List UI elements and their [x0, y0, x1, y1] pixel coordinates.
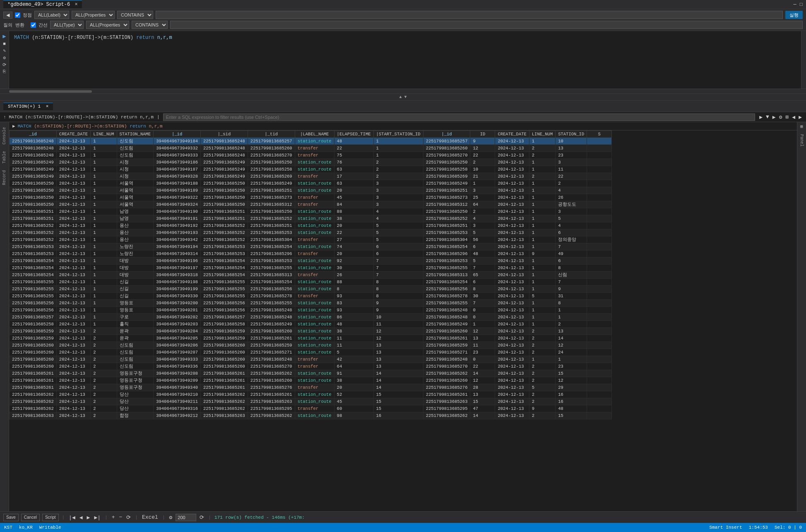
table-row[interactable]: 22517998136852492024-12-131시청39406496739… [10, 166, 612, 173]
console-label[interactable]: Console [2, 124, 7, 148]
table-row[interactable]: 22517998136852612024-12-132영등포구청39406496… [10, 377, 612, 384]
table-row[interactable]: 22517998136852542024-12-131대방39406496739… [10, 258, 612, 265]
table-row[interactable]: 22517998136852512024-12-131남영39406496739… [10, 215, 612, 222]
limit-input[interactable] [176, 514, 196, 521]
table-row[interactable]: 22517998136852562024-12-131영등포3940649673… [10, 307, 612, 314]
table-row[interactable]: 22517998136852612024-12-132영등포구청39406496… [10, 384, 612, 391]
settings-icon-2[interactable]: ⚙ [168, 514, 173, 521]
save-button[interactable]: Save [3, 514, 19, 521]
next-page-icon[interactable]: ▶ [86, 514, 91, 521]
contains-select-2[interactable]: CONTAINS [132, 21, 168, 29]
refresh-icon-2[interactable]: ⟳ [199, 514, 205, 521]
panel-side-label[interactable]: Panel [799, 131, 804, 150]
table-row[interactable]: 22517998136852532024-12-131노량진3940649673… [10, 243, 612, 250]
table-row[interactable]: 22517998136852542024-12-131대방39406496739… [10, 265, 612, 272]
panel-icon[interactable]: ⊞ [785, 114, 790, 120]
expand-icon[interactable]: ▶ [12, 123, 15, 129]
first-page-icon[interactable]: |◀ [68, 514, 76, 521]
edge-checkbox[interactable] [31, 22, 36, 28]
record-label[interactable]: Record [2, 167, 7, 188]
vertex-checkbox[interactable] [15, 12, 20, 18]
copy-icon[interactable]: ⎘ [3, 69, 6, 74]
table-scroll-container[interactable]: _id CREATE_DATE LINE_NUM STATION_NAME |_… [9, 130, 797, 419]
table-row[interactable]: 22517998136852522024-12-131용산39406496739… [10, 222, 612, 229]
filter-input[interactable] [163, 113, 755, 121]
table-row[interactable]: 22517998136852622024-12-132당산39406496739… [10, 405, 612, 412]
type-select[interactable]: ALL(Type) [50, 21, 84, 29]
search-input-2[interactable] [170, 21, 803, 29]
script-button[interactable]: Script [42, 514, 59, 521]
table-row[interactable]: 22517998136852502024-12-131서울역3940649673… [10, 187, 612, 194]
table-row[interactable]: 22517998136852482024-12-131신도림3940649673… [10, 145, 612, 152]
contains-select-1[interactable]: CONTAINS [117, 11, 153, 19]
table-row[interactable]: 22517998136852522024-12-131용산39406496739… [10, 236, 612, 243]
table-row[interactable]: 22517998136852502024-12-131서울역3940649673… [10, 194, 612, 201]
table-area[interactable]: ▶ MATCH (n:STATION)-[r:ROUTE]->(m:STATIO… [9, 122, 797, 511]
table-row[interactable]: 22517998136852572024-12-131구로39406496739… [10, 314, 612, 321]
table-row[interactable]: 22517998136852542024-12-131대방39406496739… [10, 272, 612, 279]
nav-down-icon[interactable]: ▼ [765, 114, 770, 120]
table-row[interactable]: 22517998136852582024-12-131홀직39406496739… [10, 321, 612, 328]
table-row[interactable]: 22517998136852622024-12-132당산39406496739… [10, 398, 612, 405]
table-row[interactable]: 22517998136852592024-12-132윤곽39406496739… [10, 328, 612, 335]
table-row[interactable]: 22517998136852502024-12-131서울역3940649673… [10, 201, 612, 208]
settings-icon[interactable]: ⚙ [778, 114, 783, 120]
execute-button[interactable]: 실행 [785, 11, 803, 19]
table-row[interactable]: 22517998136852512024-12-131남영39406496739… [10, 208, 612, 215]
table-label[interactable]: Table [2, 148, 7, 167]
table-row[interactable]: 22517998136852602024-12-132신도림3940649673… [10, 363, 612, 370]
table-row[interactable]: 22517998136852592024-12-132윤곽39406496739… [10, 335, 612, 342]
run-icon[interactable]: ▶ [2, 33, 6, 40]
excel-icon[interactable]: Excel [141, 514, 159, 520]
collapse-handle[interactable]: ▲ ▼ [0, 94, 806, 101]
refresh-icon[interactable]: ⟳ [125, 514, 132, 521]
editor-tab[interactable]: *gdbdemo_49> Script-6 × [3, 0, 82, 8]
table-row[interactable]: 22517998136852562024-12-131영등포3940649673… [10, 300, 612, 307]
format-icon[interactable]: ⚙ [3, 55, 6, 60]
result-tab-1[interactable]: STATION(+) 1 × [3, 103, 53, 110]
result-tab-close[interactable]: × [46, 104, 49, 109]
table-row[interactable]: 22517998136852482024-12-131신도림3940649673… [10, 138, 612, 145]
minimize-button[interactable]: — [794, 2, 796, 7]
editor-hscroll[interactable] [0, 89, 806, 94]
add-row-icon[interactable]: + [111, 514, 116, 520]
run-query-icon[interactable]: ▶ [758, 114, 763, 120]
property-select-2[interactable]: ALL(Properties [86, 21, 129, 29]
stop-icon[interactable]: ■ [3, 41, 6, 46]
table-row[interactable]: 22517998136852602024-12-132신도림3940649673… [10, 342, 612, 349]
editor-content[interactable]: MATCH (n:STATION)-[r:ROUTE]->(m:STATION)… [9, 31, 801, 89]
last-page-icon[interactable]: ▶| [93, 514, 101, 521]
tab-close-button[interactable]: × [75, 2, 77, 7]
table-row[interactable]: 22517998136852492024-12-131시청39406496739… [10, 159, 612, 166]
label-select[interactable]: ALL(Label) [34, 11, 69, 19]
history-icon[interactable]: ⟳ [2, 62, 6, 67]
panel-top-icon[interactable]: ⊞ [800, 124, 803, 129]
table-row[interactable]: 22517998136852552024-12-131신길39406496739… [10, 279, 612, 286]
table-row[interactable]: 22517998136852532024-12-131노량진3940649673… [10, 250, 612, 258]
table-cell: 2251799813685263 [10, 412, 57, 419]
table-row[interactable]: 22517998136852602024-12-132신도림3940649673… [10, 356, 612, 363]
table-row[interactable]: 22517998136852482024-12-131신도림3940649673… [10, 152, 612, 159]
prev-page-icon[interactable]: ◀ [79, 514, 84, 521]
editor-scrollbar[interactable] [801, 31, 806, 89]
table-row[interactable]: 22517998136852522024-12-131용산39406496739… [10, 229, 612, 236]
column-header-row: _id CREATE_DATE LINE_NUM STATION_NAME |_… [10, 131, 612, 138]
arrow-right-icon[interactable]: ▶ [798, 114, 803, 120]
table-row[interactable]: 22517998136852552024-12-131신길39406496739… [10, 293, 612, 300]
delete-row-icon[interactable]: − [118, 514, 123, 520]
search-input-1[interactable] [156, 11, 783, 19]
table-row[interactable]: 22517998136852552024-12-131신길39406496739… [10, 286, 612, 293]
table-row[interactable]: 22517998136852492024-12-131시청39406496739… [10, 173, 612, 180]
maximize-button[interactable]: □ [800, 2, 803, 7]
edit-icon[interactable]: ✎ [3, 48, 6, 53]
nav-right-icon[interactable]: ▶ [772, 114, 777, 120]
table-row[interactable]: 22517998136852602024-12-132신도림3940649673… [10, 349, 612, 356]
table-row[interactable]: 22517998136852612024-12-132영등포구청39406496… [10, 370, 612, 377]
table-row[interactable]: 22517998136852502024-12-131서울역3940649673… [10, 180, 612, 187]
table-row[interactable]: 22517998136852622024-12-132당산39406496739… [10, 391, 612, 398]
table-row[interactable]: 22517998136852632024-12-132합정39406496739… [10, 412, 612, 419]
back-button[interactable]: ◀ [3, 12, 12, 19]
cancel-button[interactable]: Cancel [21, 514, 40, 521]
arrow-left-icon[interactable]: ◀ [791, 114, 796, 120]
property-select-1[interactable]: ALL(Properties [72, 11, 115, 19]
